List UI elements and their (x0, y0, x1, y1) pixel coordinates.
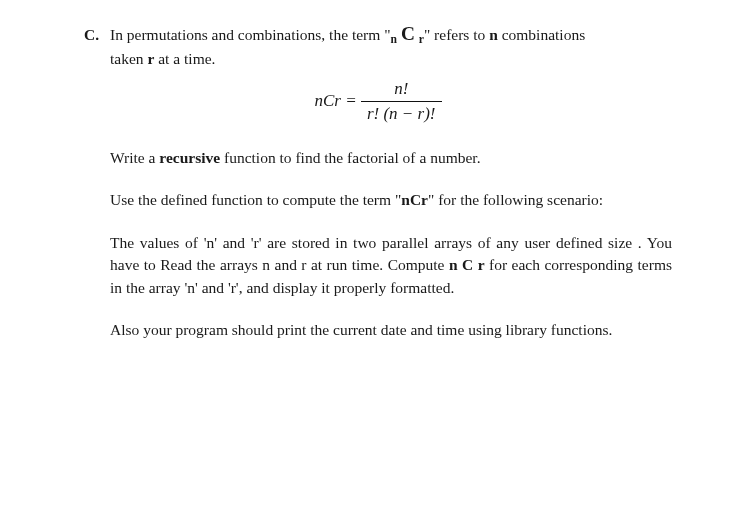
p2bold: recursive (159, 149, 220, 166)
t5: at a time. (154, 50, 215, 67)
p3bold: nCr (401, 191, 428, 208)
ncr-symbol: n C r (391, 26, 424, 43)
document-page: C. In permutations and combinations, the… (0, 0, 750, 362)
question-first-line: C. In permutations and combinations, the… (84, 20, 672, 48)
bold-n: n (489, 26, 498, 43)
paragraph-4: The values of 'n' and 'r' are stored in … (110, 232, 672, 299)
formula-lhs: nCr = (314, 91, 356, 110)
first-line-text: In permutations and combinations, the te… (110, 20, 672, 48)
p5: Also your program should print the curre… (110, 321, 612, 338)
ncr-r: r (419, 33, 424, 46)
paragraph-5: Also your program should print the curre… (110, 319, 672, 341)
formula-numerator: n! (361, 77, 442, 102)
t3: combinations (498, 26, 585, 43)
paragraph-2: Write a recursive function to find the f… (110, 147, 672, 169)
p3b: " for the following scenario: (428, 191, 603, 208)
ncr-c: C (401, 23, 415, 44)
p4bold: n C r (449, 256, 485, 273)
formula-fraction: n! r! (n − r)! (361, 77, 442, 127)
ncr-n: n (391, 33, 397, 46)
t1: In permutations and combinations, the te… (110, 26, 391, 43)
formula-denominator: r! (n − r)! (361, 101, 442, 127)
item-marker: C. (84, 24, 110, 46)
t2: " refers to (424, 26, 489, 43)
p3a: Use the defined function to compute the … (110, 191, 401, 208)
question-second-line: taken r at a time. (110, 48, 672, 70)
formula: nCr = n! r! (n − r)! (84, 77, 672, 127)
p2a: Write a (110, 149, 159, 166)
p2b: function to find the factorial of a numb… (220, 149, 480, 166)
paragraph-3: Use the defined function to compute the … (110, 189, 672, 211)
t4: taken (110, 50, 147, 67)
